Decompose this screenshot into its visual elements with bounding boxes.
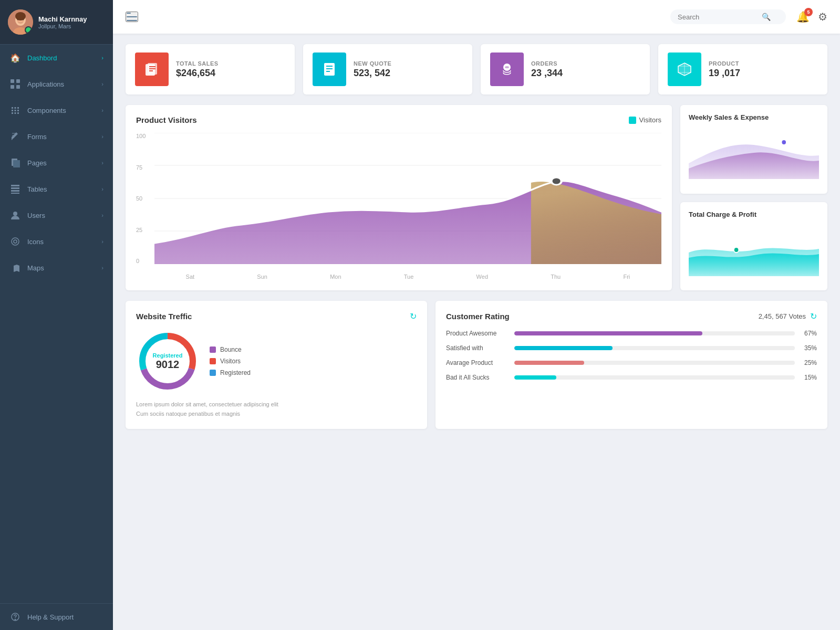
rating-label-2: Avarage Product bbox=[446, 359, 509, 366]
profile-name: Machi Karnnay bbox=[38, 15, 105, 23]
chevron-right-icon: › bbox=[101, 107, 103, 113]
nav-help-section: Help & Support bbox=[0, 603, 113, 630]
donut-label-num: 9012 bbox=[153, 359, 183, 371]
svg-point-39 bbox=[551, 177, 561, 185]
refresh-icon[interactable]: ↻ bbox=[410, 311, 417, 321]
chevron-right-icon: › bbox=[101, 186, 103, 192]
rating-pct-1: 35% bbox=[800, 344, 817, 352]
rating-label-0: Product Awesome bbox=[446, 330, 509, 337]
stat-card-total-sales: TOTAL SALES $246,654 bbox=[126, 44, 295, 94]
mid-row: Product Visitors Visitors 100 75 50 25 0 bbox=[126, 105, 827, 290]
chart-legend: Visitors bbox=[629, 116, 661, 124]
registered-label: Registered bbox=[220, 369, 251, 376]
main-content: 🔍 🔔 5 ⚙ bbox=[113, 0, 840, 630]
chart-header: Product Visitors Visitors bbox=[136, 116, 661, 124]
stat-label: NEW QUOTE bbox=[354, 60, 391, 67]
notification-badge: 5 bbox=[804, 8, 813, 16]
right-panel: Weekly Sales & Expense bbox=[680, 105, 827, 290]
sidebar-item-label: Components bbox=[27, 107, 66, 114]
chevron-right-icon: › bbox=[101, 160, 103, 166]
profile-info: Machi Karnnay Jollpur, Mars bbox=[38, 15, 105, 29]
rating-bar-bg-3 bbox=[514, 375, 795, 380]
stat-info-orders: ORDERS 23 ,344 bbox=[531, 60, 563, 79]
svg-rect-7 bbox=[11, 79, 14, 83]
hamburger-button[interactable] bbox=[126, 12, 138, 22]
rating-bar-fill-3 bbox=[514, 375, 556, 380]
svg-rect-8 bbox=[16, 79, 20, 83]
rating-row-1: Satisfied with 35% bbox=[446, 344, 817, 352]
sidebar-item-label: Users bbox=[27, 212, 45, 219]
sidebar-item-label: Icons bbox=[27, 238, 44, 246]
search-input[interactable] bbox=[678, 13, 762, 21]
traffic-description: Lorem ipsum dolor sit amet, consectetuer… bbox=[136, 400, 417, 418]
donut-legend: Bounce Visitors Registered bbox=[210, 346, 251, 376]
bounce-label: Bounce bbox=[220, 346, 242, 353]
apps-icon bbox=[9, 78, 21, 90]
bottom-row: Website Treffic ↻ bbox=[126, 301, 827, 429]
svg-point-19 bbox=[14, 240, 17, 243]
rating-bar-fill-2 bbox=[514, 361, 585, 365]
svg-rect-10 bbox=[16, 85, 20, 89]
rating-refresh-icon[interactable]: ↻ bbox=[810, 311, 817, 321]
total-charge-title: Total Charge & Profit bbox=[689, 211, 819, 218]
chevron-right-icon: › bbox=[101, 55, 103, 61]
pages-icon bbox=[9, 157, 21, 169]
notification-button[interactable]: 🔔 5 bbox=[796, 10, 810, 23]
home-icon: 🏠 bbox=[9, 52, 21, 64]
stat-info-product: PRODUCT 19 ,017 bbox=[709, 60, 740, 79]
stat-value: 523, 542 bbox=[354, 68, 391, 79]
sidebar-item-users[interactable]: Users › bbox=[0, 202, 113, 228]
chart-x-labels: Sat Sun Mon Tue Wed Thu Fri bbox=[154, 274, 661, 280]
legend-bounce: Bounce bbox=[210, 346, 251, 353]
stat-value: $246,654 bbox=[176, 68, 219, 79]
stat-card-product: PRODUCT 19 ,017 bbox=[658, 44, 827, 94]
stat-info-total-sales: TOTAL SALES $246,654 bbox=[176, 60, 219, 79]
sidebar: Machi Karnnay Jollpur, Mars 🏠 Dashbord ›… bbox=[0, 0, 113, 630]
visitors-color bbox=[210, 358, 216, 364]
forms-icon bbox=[9, 131, 21, 142]
help-icon bbox=[9, 611, 21, 623]
rating-pct-3: 15% bbox=[800, 374, 817, 381]
sidebar-item-label: Tables bbox=[27, 185, 47, 193]
maps-icon bbox=[9, 262, 21, 274]
sidebar-item-forms[interactable]: Forms › bbox=[0, 123, 113, 150]
stat-info-new-quote: NEW QUOTE 523, 542 bbox=[354, 60, 391, 79]
tables-icon bbox=[9, 183, 21, 195]
sidebar-item-components[interactable]: Components › bbox=[0, 97, 113, 123]
sidebar-item-tables[interactable]: Tables › bbox=[0, 176, 113, 202]
rating-pct-0: 67% bbox=[800, 330, 817, 337]
chart-svg-area bbox=[154, 133, 661, 264]
search-bar: 🔍 bbox=[670, 9, 786, 24]
rating-card: Customer Rating 2,45, 567 Votes ↻ Produc… bbox=[435, 301, 827, 429]
visitors-label: Visitors bbox=[220, 358, 241, 365]
sidebar-item-help[interactable]: Help & Support bbox=[0, 604, 113, 630]
sidebar-item-pages[interactable]: Pages › bbox=[0, 150, 113, 176]
svg-rect-9 bbox=[11, 85, 14, 89]
registered-color bbox=[210, 370, 216, 376]
svg-point-17 bbox=[13, 212, 17, 216]
search-icon: 🔍 bbox=[762, 13, 771, 21]
header-icons: 🔔 5 ⚙ bbox=[796, 10, 827, 23]
sidebar-item-applications[interactable]: Applications › bbox=[0, 71, 113, 97]
stat-label: TOTAL SALES bbox=[176, 60, 219, 67]
legend-label: Visitors bbox=[639, 116, 661, 124]
sidebar-item-maps[interactable]: Maps › bbox=[0, 255, 113, 281]
svg-point-41 bbox=[734, 247, 739, 253]
rating-bar-bg-2 bbox=[514, 361, 795, 365]
settings-button[interactable]: ⚙ bbox=[818, 10, 827, 23]
sidebar-item-dashboard[interactable]: 🏠 Dashbord › bbox=[0, 45, 113, 71]
traffic-desc-line1: Lorem ipsum dolor sit amet, consectetuer… bbox=[136, 400, 417, 410]
svg-point-18 bbox=[12, 238, 19, 245]
sidebar-nav: 🏠 Dashbord › Applications › Co bbox=[0, 45, 113, 281]
chevron-right-icon: › bbox=[101, 133, 103, 140]
sidebar-item-icons[interactable]: Icons › bbox=[0, 228, 113, 255]
rating-label-3: Bad it All Sucks bbox=[446, 374, 509, 381]
stat-label: ORDERS bbox=[531, 60, 563, 67]
sidebar-item-label: Help & Support bbox=[27, 613, 74, 621]
rating-row-0: Product Awesome 67% bbox=[446, 330, 817, 337]
rating-header: Customer Rating 2,45, 567 Votes ↻ bbox=[446, 311, 817, 321]
rating-pct-2: 25% bbox=[800, 359, 817, 366]
users-icon bbox=[9, 209, 21, 221]
chart-area: 100 75 50 25 0 bbox=[136, 133, 661, 280]
rating-bar-fill-1 bbox=[514, 346, 613, 350]
